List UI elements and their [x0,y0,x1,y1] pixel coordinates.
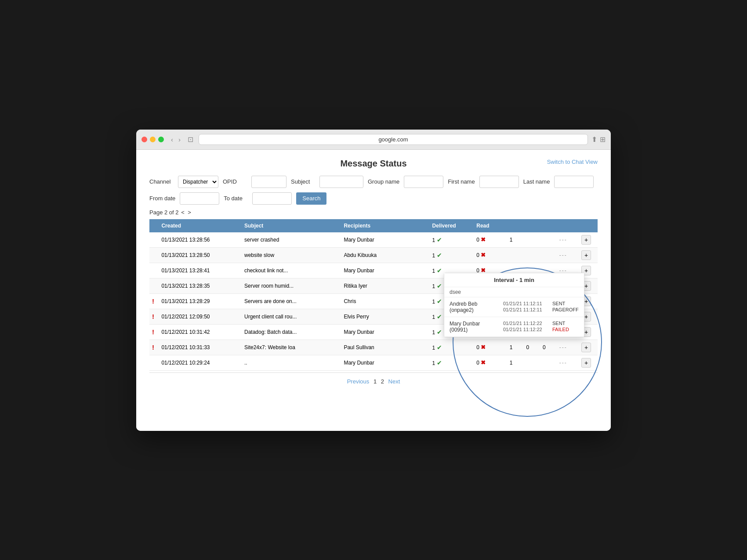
dashes-indicator: --- [559,237,567,243]
col6-cell [507,247,524,263]
sidebar-toggle-button[interactable]: ⊡ [186,134,195,145]
table-row: !01/12/2021 10:31:33Site24x7: Website lo… [149,340,598,355]
browser-window: ‹ › ⊡ ⬆ ⊞ Message Status Switch to Chat … [136,130,611,431]
recipients-cell: Mary Dunbar [341,355,429,370]
subject-input[interactable] [319,176,363,188]
read-cell: 0 ✖ [474,340,507,355]
delivered-check-icon: ✔ [437,252,442,259]
col7-cell [523,232,540,248]
recipients-cell: Elvis Perry [341,309,429,324]
tooltip-status1-1: SENT [552,301,579,306]
read-cell: 0 ✖ [474,355,507,370]
recipients-cell: Abdu Kibuuka [341,247,429,263]
tooltip-person-2: Mary Dunbar (00991) [450,321,498,333]
tooltip-statuses-2: SENT FAILED [552,321,569,332]
created-cell: 01/13/2021 13:28:41 [159,263,242,278]
read-fail-icon: ✖ [481,236,486,243]
tooltip-label: dsee [444,287,584,297]
minimize-button[interactable] [150,137,156,142]
last-name-label: Last name [523,178,550,185]
tooltip-status2-1: SENT [552,321,569,326]
tooltip-entry-2: Mary Dunbar (00991) 01/21/21 11:12:22 01… [444,317,584,337]
last-name-input[interactable] [554,176,594,188]
subject-cell: .. [242,355,341,370]
close-button[interactable] [141,137,147,142]
from-date-input[interactable] [180,192,219,205]
page-1-label[interactable]: 1 [374,378,377,385]
exclaim-icon: ! [152,343,154,351]
address-bar[interactable] [199,134,588,145]
col-delivered-header: Delivered [430,219,474,232]
tooltip-popup: Interval - 1 min dsee Andreb Beb (onpage… [444,273,584,337]
tooltip-person2-line2: (00991) [450,327,468,333]
tooltip-person-1: Andreb Beb (onpage2) [450,301,498,313]
flag-cell: ! [149,293,159,309]
delivered-check-icon: ✔ [437,313,442,320]
expand-button[interactable]: + [581,358,591,368]
subject-cell: Server room humid... [242,278,341,293]
subject-label: Subject [291,178,315,185]
col-subject-header: Subject [242,219,341,232]
col7-cell [523,247,540,263]
col-read-header: Read [474,219,507,232]
col9-cell: --- [557,340,579,355]
from-date-label: From date [149,195,175,202]
pagination-top: Page 2 of 2 < > [149,209,598,216]
first-name-input[interactable] [479,176,519,188]
subject-cell: website slow [242,247,341,263]
plus-cell: + [579,232,598,248]
next-link[interactable]: Next [388,378,400,385]
expand-button[interactable]: + [581,235,591,245]
delivered-cell: 1 ✔ [430,340,474,355]
tooltip-times-2: 01/21/21 11:12:22 01/21/21 11:12:22 [503,321,547,332]
maximize-button[interactable] [158,137,164,142]
created-cell: 01/12/2021 12:09:50 [159,309,242,324]
tooltip-time2-2: 01/21/21 11:12:22 [503,327,547,332]
read-fail-icon: ✖ [481,344,486,350]
group-name-input[interactable] [404,176,443,188]
delivered-check-icon: ✔ [437,359,442,366]
search-button[interactable]: Search [296,192,326,205]
plus-cell: + [579,247,598,263]
tooltip-status2-2: FAILED [552,327,569,332]
opid-input[interactable] [251,176,286,188]
to-date-input[interactable] [252,192,292,205]
read-fail-icon: ✖ [481,252,486,258]
channel-select[interactable]: Dispatcher [178,176,218,188]
to-date-label: To date [224,195,248,202]
tooltip-statuses-1: SENT PAGEROFF [552,301,579,312]
col7-cell [523,355,540,370]
next-arrow-link[interactable]: > [188,209,191,216]
nav-buttons: ‹ › [169,135,182,144]
col-h8-header [540,219,557,232]
created-cell: 01/12/2021 10:31:33 [159,340,242,355]
col-created-header: Created [159,219,242,232]
col8-cell [540,247,557,263]
expand-button[interactable]: + [581,343,591,352]
flag-cell [149,247,159,263]
created-cell: 01/12/2021 10:29:24 [159,355,242,370]
dashes-indicator: --- [559,344,567,350]
recipients-cell: Ritika Iyer [341,278,429,293]
add-tab-button[interactable]: ⊞ [600,135,606,144]
tooltip-time1-1: 01/21/21 11:12:11 [503,301,547,306]
flag-cell: ! [149,340,159,355]
forward-button[interactable]: › [177,135,182,144]
tooltip-status1-2: PAGEROFF [552,307,579,312]
expand-button[interactable]: + [581,250,591,260]
prev-arrow-link[interactable]: < [181,209,185,216]
switch-to-chat-link[interactable]: Switch to Chat View [547,159,598,165]
page-title: Message Status [149,159,598,169]
previous-link[interactable]: Previous [347,378,370,385]
share-button[interactable]: ⬆ [591,135,597,144]
delivered-check-icon: ✔ [437,282,442,289]
back-button[interactable]: ‹ [169,135,175,144]
subject-cell: server crashed [242,232,341,248]
flag-cell [149,232,159,248]
delivered-check-icon: ✔ [437,344,442,351]
first-name-label: First name [448,178,475,185]
plus-cell: + [579,340,598,355]
col-flag-header [149,219,159,232]
browser-chrome: ‹ › ⊡ ⬆ ⊞ [136,130,611,150]
subject-cell: Site24x7: Website loa [242,340,341,355]
